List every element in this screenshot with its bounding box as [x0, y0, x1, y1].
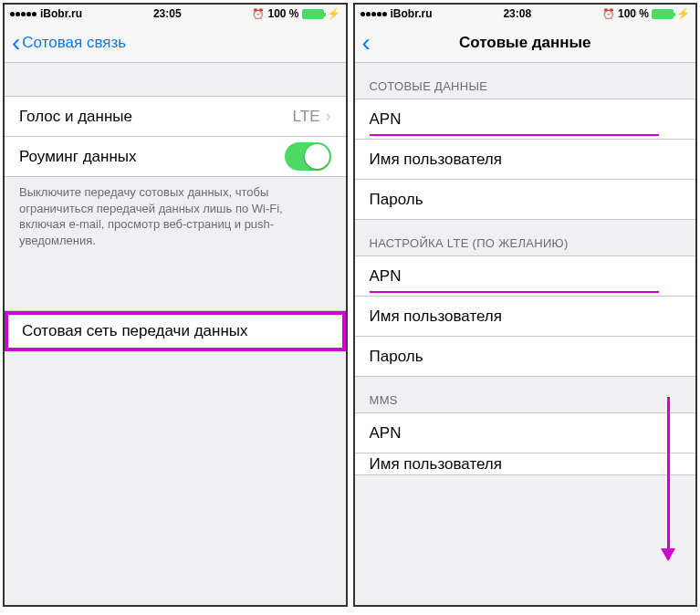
section-header-cellular: СОТОВЫЕ ДАННЫЕ	[355, 63, 696, 99]
section-header-mms: MMS	[355, 377, 696, 412]
row-username[interactable]: Имя пользователя	[355, 140, 696, 180]
carrier-label: iBobr.ru	[40, 7, 82, 20]
highlight-underline	[370, 291, 660, 293]
row-username[interactable]: Имя пользователя	[355, 453, 696, 475]
row-username[interactable]: Имя пользователя	[355, 297, 696, 337]
row-label: Роуминг данных	[19, 148, 137, 166]
row-label: Голос и данные	[19, 108, 132, 126]
row-label: Пароль	[370, 191, 423, 209]
row-label: Имя пользователя	[370, 151, 503, 169]
row-label: APN	[370, 110, 402, 129]
nav-bar: ‹ Сотовые данные	[355, 23, 696, 63]
section-header-lte: НАСТРОЙКА LTE (ПО ЖЕЛАНИЮ)	[355, 220, 696, 255]
row-data-roaming[interactable]: Роуминг данных	[5, 137, 346, 177]
row-label: Имя пользователя	[370, 455, 503, 474]
clock-label: 23:08	[503, 7, 531, 20]
alarm-icon: ⏰	[252, 8, 265, 20]
nav-bar: ‹ Сотовая связь	[5, 23, 346, 63]
alarm-icon: ⏰	[602, 8, 615, 20]
battery-icon	[302, 9, 324, 19]
row-voice-data[interactable]: Голос и данные LTE ›	[5, 97, 346, 137]
nav-title: Сотовые данные	[355, 34, 696, 52]
phone-left: iBobr.ru 23:05 ⏰ 100 % ⚡ ‹ Сотовая связь…	[3, 3, 348, 607]
signal-icon	[10, 12, 37, 16]
back-chevron-icon[interactable]: ‹	[362, 30, 371, 56]
row-apn[interactable]: APN	[355, 413, 696, 453]
signal-icon	[360, 12, 387, 16]
back-chevron-icon[interactable]: ‹	[12, 30, 20, 56]
clock-label: 23:05	[153, 7, 182, 20]
row-label: Пароль	[370, 348, 423, 366]
footer-note: Выключите передачу сотовых данных, чтобы…	[5, 177, 346, 263]
charging-icon: ⚡	[327, 7, 340, 20]
row-password[interactable]: Пароль	[355, 337, 696, 377]
scroll-arrow-icon	[667, 397, 670, 559]
row-apn[interactable]: APN	[355, 256, 696, 297]
chevron-right-icon: ›	[326, 107, 331, 126]
row-value: LTE	[293, 108, 320, 126]
row-password[interactable]: Пароль	[355, 180, 696, 220]
back-button[interactable]: Сотовая связь	[22, 34, 126, 52]
roaming-toggle[interactable]	[285, 142, 331, 171]
status-bar: iBobr.ru 23:08 ⏰ 100 % ⚡	[355, 5, 696, 23]
battery-percent: 100 %	[618, 7, 649, 20]
row-label: APN	[370, 267, 402, 286]
battery-percent: 100 %	[267, 7, 298, 20]
row-cellular-network[interactable]: Сотовая сеть передачи данных	[5, 311, 346, 351]
status-bar: iBobr.ru 23:05 ⏰ 100 % ⚡	[5, 5, 346, 23]
row-apn[interactable]: APN	[355, 99, 696, 140]
charging-icon: ⚡	[676, 7, 690, 20]
phone-right: iBobr.ru 23:08 ⏰ 100 % ⚡ ‹ Сотовые данны…	[353, 3, 698, 607]
battery-icon	[652, 9, 674, 19]
carrier-label: iBobr.ru	[391, 7, 433, 20]
highlight-underline	[370, 134, 660, 136]
row-label: Имя пользователя	[370, 308, 503, 326]
row-label: APN	[370, 424, 402, 443]
row-label: Сотовая сеть передачи данных	[22, 322, 248, 340]
